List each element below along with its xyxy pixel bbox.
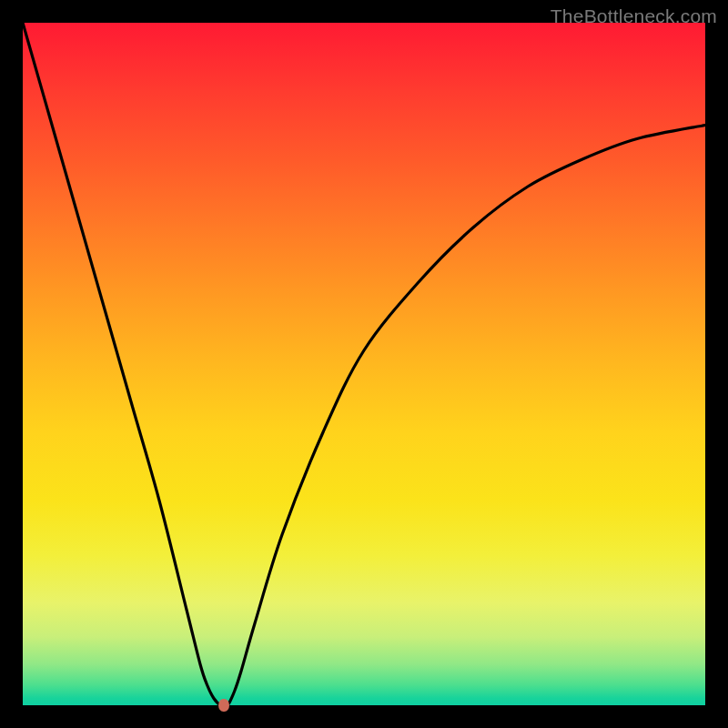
bottleneck-curve <box>23 23 705 705</box>
watermark-text: TheBottleneck.com <box>551 5 717 27</box>
chart-outer-frame: TheBottleneck.com <box>0 0 728 728</box>
min-marker-dot <box>218 699 229 712</box>
plot-area <box>23 23 705 705</box>
